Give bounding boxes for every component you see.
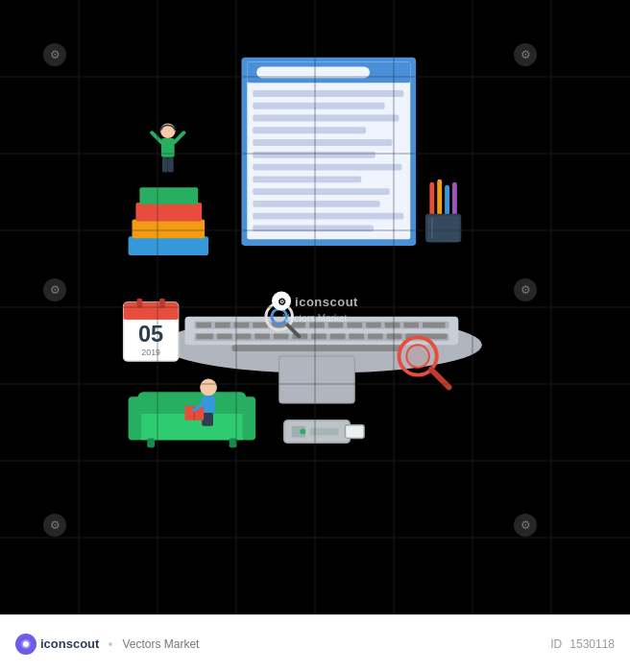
svg-rect-29	[253, 225, 374, 231]
svg-point-109	[23, 641, 29, 647]
svg-rect-60	[279, 356, 355, 403]
vectors-market-label: Vectors Market	[122, 637, 199, 651]
svg-line-67	[152, 132, 161, 142]
logo-icon	[15, 634, 36, 655]
svg-rect-18	[253, 90, 403, 97]
gear-icon-3: ⚙	[43, 514, 66, 537]
svg-rect-44	[385, 323, 400, 328]
svg-rect-26	[253, 188, 389, 195]
svg-rect-25	[253, 176, 361, 182]
svg-rect-75	[159, 299, 165, 308]
svg-rect-73	[124, 314, 179, 320]
svg-rect-24	[253, 164, 401, 171]
svg-rect-83	[129, 396, 142, 440]
svg-rect-54	[330, 333, 346, 339]
svg-rect-15	[247, 62, 410, 240]
svg-rect-20	[253, 115, 399, 122]
page-container: 05 2019	[0, 0, 630, 672]
logo-svg	[19, 637, 33, 651]
svg-rect-61	[129, 236, 208, 255]
bottom-right-section: ID 1530118	[550, 637, 615, 651]
svg-rect-59	[232, 345, 402, 351]
svg-rect-47	[196, 333, 213, 339]
svg-text:05: 05	[138, 322, 163, 347]
svg-point-97	[300, 429, 305, 435]
asset-id-label: ID	[550, 637, 562, 651]
gear-icon-5: ⚙	[514, 278, 537, 301]
svg-rect-55	[349, 333, 364, 339]
svg-rect-57	[387, 333, 402, 339]
svg-rect-36	[234, 323, 250, 328]
svg-rect-84	[242, 396, 255, 440]
gear-icon-2: ⚙	[43, 278, 66, 301]
bottom-left-section: iconscout Vectors Market	[15, 634, 199, 655]
svg-rect-62	[133, 220, 206, 239]
svg-rect-88	[202, 396, 215, 413]
svg-rect-86	[230, 438, 237, 447]
svg-rect-45	[403, 323, 419, 328]
svg-rect-40	[309, 323, 325, 328]
svg-rect-37	[253, 323, 268, 328]
svg-rect-22	[253, 139, 392, 146]
svg-rect-94	[345, 425, 364, 439]
svg-rect-27	[253, 201, 380, 207]
svg-rect-48	[217, 333, 232, 339]
svg-point-99	[406, 345, 429, 368]
svg-rect-56	[368, 333, 383, 339]
svg-rect-23	[253, 152, 376, 158]
svg-rect-43	[366, 323, 381, 328]
svg-rect-19	[253, 103, 385, 109]
image-area[interactable]: 05 2019	[0, 0, 630, 614]
svg-line-68	[175, 132, 184, 142]
bottom-bar: iconscout Vectors Market ID 1530118	[0, 614, 630, 672]
iconscout-logo[interactable]: iconscout	[15, 634, 99, 655]
svg-rect-41	[328, 323, 344, 328]
svg-rect-49	[236, 333, 252, 339]
svg-rect-28	[253, 213, 403, 220]
divider	[109, 642, 112, 646]
logo-text: iconscout	[40, 636, 99, 651]
svg-rect-34	[196, 323, 211, 328]
svg-rect-51	[274, 333, 289, 339]
svg-rect-63	[135, 203, 202, 222]
gear-icon-6: ⚙	[514, 43, 537, 66]
svg-rect-96	[310, 428, 338, 436]
svg-rect-46	[423, 323, 446, 328]
svg-text:2019: 2019	[141, 348, 160, 357]
main-illustration: 05 2019	[115, 38, 519, 566]
svg-rect-85	[147, 438, 155, 447]
svg-rect-39	[291, 323, 306, 328]
svg-rect-17	[256, 66, 370, 78]
svg-rect-53	[311, 333, 327, 339]
svg-rect-21	[253, 127, 366, 133]
gear-icon-1: ⚙	[43, 43, 66, 66]
svg-line-100	[431, 370, 449, 388]
svg-rect-35	[215, 323, 230, 328]
svg-rect-42	[347, 323, 362, 328]
svg-point-87	[200, 379, 217, 396]
svg-rect-64	[139, 187, 198, 204]
svg-rect-66	[161, 138, 175, 157]
svg-rect-69	[162, 157, 168, 173]
svg-rect-74	[136, 299, 142, 308]
gear-icon-4: ⚙	[514, 514, 537, 537]
asset-id-value: 1530118	[569, 637, 615, 651]
svg-rect-50	[254, 333, 270, 339]
svg-rect-70	[168, 157, 174, 173]
